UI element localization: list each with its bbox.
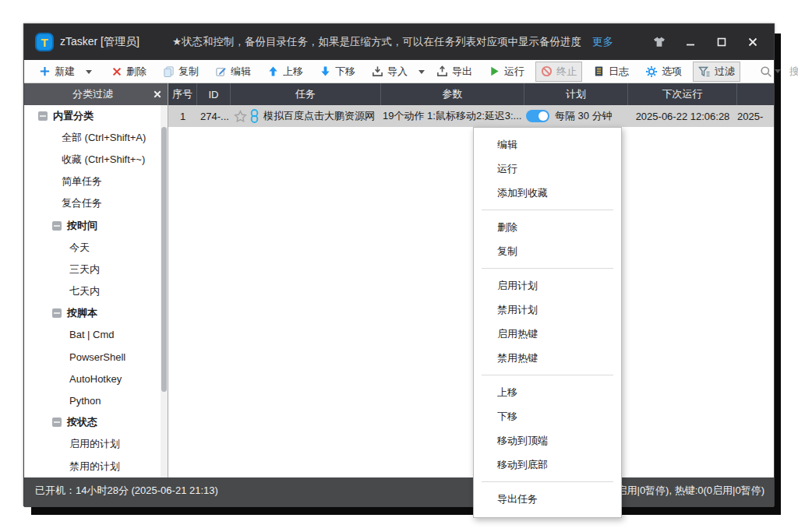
- copy-task-button[interactable]: 复制: [157, 62, 204, 82]
- app-logo-icon: T: [35, 33, 54, 51]
- menu-item-edit[interactable]: 编辑: [474, 132, 621, 157]
- sidebar-group-builtin[interactable]: 内置分类: [24, 105, 168, 127]
- sidebar-item-compound-tasks[interactable]: 复合任务: [24, 192, 168, 214]
- title-bar: T zTasker [管理员] ★状态和控制，备份目录任务，如果是压缩方式，可以…: [24, 24, 774, 60]
- move-down-label: 下移: [335, 65, 355, 79]
- sidebar-item-label: Bat | Cmd: [69, 329, 115, 340]
- status-counts: 启用|0暂停), 热键:0(0启用|0暂停): [617, 484, 765, 498]
- sidebar-item-label: 复合任务: [62, 196, 102, 210]
- tip-marquee-text: ★状态和控制，备份目录任务，如果是压缩方式，可以在任务列表对应项中显示备份进度: [172, 35, 581, 49]
- sidebar-item-bat-cmd[interactable]: Bat | Cmd: [24, 324, 168, 346]
- new-task-dropdown-caret[interactable]: [86, 70, 92, 77]
- schedule-toggle[interactable]: [526, 110, 549, 122]
- sidebar-item-all[interactable]: 全部 (Ctrl+Shift+A): [24, 127, 168, 149]
- sidebar-group-label: 按脚本: [67, 306, 97, 320]
- menu-item-enable-plan[interactable]: 启用计划: [474, 273, 621, 298]
- menu-item-disable-plan[interactable]: 禁用计划: [474, 298, 621, 322]
- search-dropdown-caret[interactable]: [775, 69, 781, 76]
- delete-task-button[interactable]: 删除: [106, 62, 152, 82]
- edit-task-button[interactable]: 编辑: [210, 62, 256, 82]
- move-down-button[interactable]: 下移: [314, 62, 361, 82]
- sidebar-scrollbar-thumb[interactable]: [161, 127, 167, 392]
- menu-item-enable-hotkey[interactable]: 启用热键: [474, 322, 621, 346]
- column-header-index[interactable]: 序号: [168, 83, 197, 105]
- menu-item-move-down[interactable]: 下移: [474, 404, 621, 428]
- menu-item-delete[interactable]: 删除: [474, 215, 621, 239]
- minimize-button[interactable]: [677, 30, 704, 54]
- search-icon[interactable]: [760, 65, 772, 78]
- move-up-button[interactable]: 上移: [262, 62, 309, 82]
- more-link[interactable]: 更多: [592, 35, 613, 49]
- menu-separator: [482, 210, 613, 210]
- sidebar-group-by-status[interactable]: 按状态: [24, 411, 168, 433]
- sidebar-item-enabled-plans[interactable]: 启用的计划: [24, 433, 168, 455]
- filter-button[interactable]: 过滤: [693, 62, 740, 82]
- sidebar-item-label: 今天: [69, 241, 90, 255]
- menu-item-add-favorite[interactable]: 添加到收藏: [474, 181, 621, 205]
- sidebar-close-button[interactable]: [147, 83, 168, 105]
- collapse-icon[interactable]: [38, 111, 48, 121]
- sidebar-item-7days[interactable]: 七天内: [24, 280, 168, 302]
- menu-item-move-up[interactable]: 上移: [474, 380, 621, 404]
- log-button[interactable]: 日志: [588, 62, 634, 82]
- sidebar-item-3days[interactable]: 三天内: [24, 259, 168, 280]
- cell-task: 模拟百度点击大鹏资源网: [231, 109, 381, 123]
- favorite-star-icon[interactable]: [234, 110, 247, 123]
- maximize-icon: [715, 36, 728, 48]
- options-button[interactable]: 选项: [640, 62, 687, 82]
- menu-item-move-top[interactable]: 移动到顶端: [474, 428, 621, 453]
- table-row[interactable]: 1 274-... 模拟百度点击大鹏资源网 19个动作 1:鼠标移动2:延迟3:…: [168, 105, 774, 127]
- column-header-schedule[interactable]: 计划: [524, 83, 628, 105]
- close-button[interactable]: [740, 30, 766, 54]
- status-uptime: 已开机：14小时28分 (2025-06-21 21:13): [35, 484, 218, 498]
- sidebar-item-label: PowserShell: [69, 351, 125, 363]
- collapse-icon[interactable]: [52, 221, 62, 231]
- sidebar-item-simple-tasks[interactable]: 简单任务: [24, 171, 168, 192]
- stop-icon: [541, 65, 553, 77]
- delete-x-icon: [111, 66, 122, 77]
- collapse-icon[interactable]: [52, 308, 62, 318]
- column-header-task[interactable]: 任务: [231, 83, 381, 105]
- sidebar-item-favorites[interactable]: 收藏 (Ctrl+Shift+~): [24, 149, 168, 171]
- column-header-extra[interactable]: [737, 83, 774, 105]
- cell-next-run: 2025-06-22 12:06:28: [628, 111, 737, 122]
- collapse-icon[interactable]: [52, 417, 62, 427]
- search-box: [754, 65, 798, 78]
- sidebar-item-python[interactable]: Python: [24, 389, 168, 411]
- menu-item-export-task[interactable]: 导出任务: [474, 487, 621, 511]
- theme-skin-button[interactable]: [646, 30, 673, 54]
- column-header-next-run[interactable]: 下次运行: [628, 83, 737, 105]
- sidebar-group-by-time[interactable]: 按时间: [24, 214, 168, 236]
- import-dropdown-caret[interactable]: [418, 70, 425, 77]
- run-button[interactable]: 运行: [483, 62, 530, 82]
- window-title: zTasker [管理员]: [60, 35, 139, 49]
- filter-funnel-icon: [698, 65, 711, 78]
- task-table: 序号 ID 任务 参数 计划 下次运行 1 274-... 模拟百度点击大鹏资源…: [168, 83, 774, 477]
- search-input[interactable]: [789, 65, 798, 77]
- sidebar-group-by-script[interactable]: 按脚本: [24, 302, 168, 324]
- menu-item-run[interactable]: 运行: [474, 157, 621, 181]
- sidebar-item-disabled-plans[interactable]: 禁用的计划: [24, 456, 168, 477]
- menu-item-copy[interactable]: 复制: [474, 239, 621, 263]
- chain-link-icon: [249, 109, 260, 123]
- maximize-button[interactable]: [708, 30, 735, 54]
- toggle-knob: [538, 111, 548, 121]
- import-button[interactable]: 导入: [366, 62, 413, 82]
- run-label: 运行: [504, 65, 524, 79]
- menu-item-disable-hotkey[interactable]: 禁用热键: [474, 346, 621, 370]
- sidebar-item-today[interactable]: 今天: [24, 237, 168, 259]
- column-header-id[interactable]: ID: [197, 83, 231, 105]
- stop-button[interactable]: 终止: [535, 62, 582, 82]
- sidebar-item-autohotkey[interactable]: AutoHotkey: [24, 368, 168, 389]
- sidebar-item-powershell[interactable]: PowserShell: [24, 346, 168, 368]
- delete-task-label: 删除: [126, 65, 147, 79]
- sidebar-item-label: 全部 (Ctrl+Shift+A): [62, 131, 146, 145]
- app-screenshot: T zTasker [管理员] ★状态和控制，备份目录任务，如果是压缩方式，可以…: [0, 0, 798, 532]
- sidebar-item-label: 禁用的计划: [69, 460, 120, 474]
- column-header-params[interactable]: 参数: [381, 83, 524, 105]
- menu-item-move-bottom[interactable]: 移动到底部: [474, 453, 621, 477]
- sidebar-scrollbar[interactable]: [161, 105, 168, 477]
- new-task-button[interactable]: 新建: [34, 62, 80, 82]
- export-button[interactable]: 导出: [431, 62, 478, 82]
- import-icon: [372, 65, 383, 77]
